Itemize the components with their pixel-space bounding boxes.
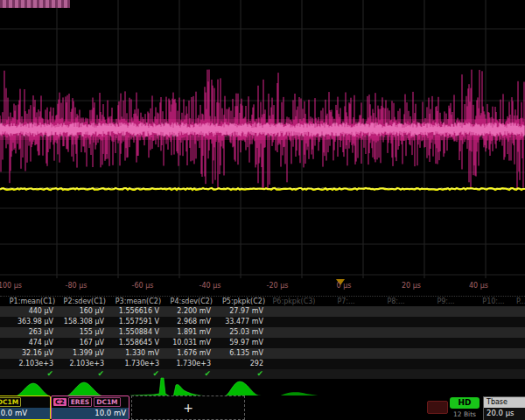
measurement-cell: 292 (214, 359, 267, 369)
measurement-cell: 1.550884 V (108, 327, 163, 338)
measurement-cell-empty (471, 327, 516, 338)
measurement-cell: 1.730e+3 (163, 359, 214, 369)
param-header[interactable]: P2:sdev(C1) (57, 297, 108, 306)
measurement-cell-empty (421, 306, 471, 317)
param-header[interactable]: P8:... (371, 297, 421, 306)
measurement-cell: 363.98 µV (5, 317, 57, 327)
measurement-cell-empty (516, 338, 525, 348)
measurement-cell-empty (421, 317, 471, 327)
waveform-display[interactable] (0, 0, 525, 278)
param-header[interactable]: P4:sdev(C2) (163, 297, 214, 306)
time-axis-label: -80 µs (66, 282, 88, 290)
hd-bits-label: 12 Bits (448, 410, 481, 418)
histicon-p3[interactable] (122, 378, 172, 397)
measurement-cell-empty (321, 317, 371, 327)
measurement-cell-empty (421, 359, 471, 369)
measurement-cell-empty (471, 359, 516, 369)
c1-descriptor-box[interactable]: C1 DC1M 10.0 mV (0, 396, 51, 420)
c2-channel-badge: C2 (53, 398, 66, 406)
measurement-cell-empty (516, 306, 525, 317)
param-header[interactable]: P7:... (321, 297, 371, 306)
measurement-cell: 440 µV (5, 306, 57, 317)
measurement-cell: 2.968 mV (163, 317, 214, 327)
param-header[interactable]: P3:mean(C2) (108, 297, 163, 306)
param-header[interactable]: P6:pkpk(C3) (267, 297, 321, 306)
time-axis-label: -60 µs (132, 282, 154, 290)
channel-descriptor-bar: C1 DC1M 10.0 mV C2 ERES DC1M 10.0 mV + H… (0, 396, 525, 420)
measurement-cell: 2.200 mV (163, 306, 214, 317)
measurement-cell: 1.330 mV (108, 348, 163, 359)
measurement-cell-empty (321, 306, 371, 317)
measurement-cell: 27.97 mV (214, 306, 267, 317)
measurement-cell-empty (421, 338, 471, 348)
measurement-cell-empty (267, 348, 321, 359)
c1-coupling-badge: DC1M (0, 397, 21, 407)
measurement-cell-empty (267, 317, 321, 327)
measurement-cell-empty (471, 317, 516, 327)
measurement-cell-empty (371, 338, 421, 348)
param-header[interactable]: P10:... (471, 297, 516, 306)
c2-vertical-scale: 10.0 mV (52, 408, 129, 419)
measurement-cell-empty (371, 348, 421, 359)
c2-eres-badge: ERES (68, 397, 92, 407)
c1-vertical-scale: 10.0 mV (0, 408, 50, 419)
trigger-status-indicator (427, 401, 448, 414)
time-axis-label: -20 µs (267, 282, 289, 290)
measurement-cell: 263 µV (5, 327, 57, 338)
measurement-cell-empty (471, 306, 516, 317)
time-axis-label: -100 µs (0, 282, 22, 290)
measurement-cell-empty (516, 348, 525, 359)
measurement-cell-empty (321, 359, 371, 369)
measurement-cell-empty (321, 338, 371, 348)
measurement-cell-empty (267, 359, 321, 369)
measurement-cell-empty (371, 359, 421, 369)
add-trace-button[interactable]: + (131, 396, 245, 420)
c2-descriptor-box[interactable]: C2 ERES DC1M 10.0 mV (51, 396, 130, 420)
measurement-cell-empty (371, 327, 421, 338)
measurement-cell-empty (371, 306, 421, 317)
measurement-cell-empty (267, 338, 321, 348)
measurement-cell: 474 µV (5, 338, 57, 348)
measurement-cell: 1.557591 V (108, 317, 163, 327)
measurement-cell: 160 µV (57, 306, 108, 317)
measurement-cell: 59.97 mV (214, 338, 267, 348)
param-header[interactable]: P1:mean(C1) (5, 297, 57, 306)
measurement-cell: 33.477 mV (214, 317, 267, 327)
measurement-cell: 155 µV (57, 327, 108, 338)
measurement-cell: 1.558645 V (108, 338, 163, 348)
measurement-cell: 10.031 mV (163, 338, 214, 348)
measurement-table: P1:mean(C1)P2:sdev(C1)P3:mean(C2)P4:sdev… (0, 296, 525, 379)
c2-coupling-badge: DC1M (94, 397, 120, 407)
measurement-cell: 1.730e+3 (108, 359, 163, 369)
measurement-cell: 25.03 mV (214, 327, 267, 338)
measurement-cell-empty (471, 338, 516, 348)
measurement-cell-empty (321, 348, 371, 359)
measurement-cell-empty (516, 327, 525, 338)
param-header[interactable]: P... (516, 297, 525, 306)
measurement-cell-empty (321, 327, 371, 338)
param-header[interactable]: P5:pkpk(C2) (214, 297, 267, 306)
time-axis-label: 0 µs (337, 282, 352, 290)
measurement-cell: 1.676 mV (163, 348, 214, 359)
measurement-cell: 1.399 µV (57, 348, 108, 359)
measurement-cell-empty (421, 327, 471, 338)
oscilloscope-screen: -100 µs-80 µs-60 µs-40 µs-20 µs0 µs20 µs… (0, 0, 525, 420)
timebase-axis: -100 µs-80 µs-60 µs-40 µs-20 µs0 µs20 µs… (0, 278, 525, 296)
measurement-cell: 32.16 µV (5, 348, 57, 359)
measurement-cell: 158.308 µV (57, 317, 108, 327)
timebase-value: 20.0 µs (484, 408, 525, 419)
param-header[interactable]: P9:... (421, 297, 471, 306)
measurement-cell-empty (371, 317, 421, 327)
timebase-descriptor-box[interactable]: Tbase 20.0 µs (483, 396, 525, 420)
timebase-label: Tbase (484, 397, 525, 408)
measurement-cell-empty (516, 359, 525, 369)
time-axis-label: -40 µs (200, 282, 221, 290)
measurement-cell: 167 µV (57, 338, 108, 348)
hd-mode-badge: HD (450, 397, 480, 409)
time-axis-label: 40 µs (469, 282, 488, 290)
measurement-cell: 1.891 mV (163, 327, 214, 338)
measurement-cell-empty (267, 327, 321, 338)
measurement-cell-empty (471, 348, 516, 359)
screen-message-fragment (0, 0, 70, 8)
measurement-cell-empty (516, 317, 525, 327)
